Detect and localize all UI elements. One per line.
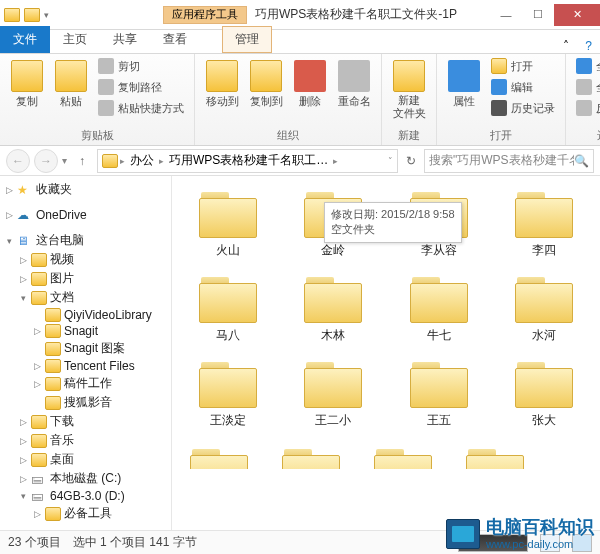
tree-sohu[interactable]: 搜狐影音 xyxy=(0,393,171,412)
chevron-right-icon[interactable]: ▸ xyxy=(333,156,338,166)
tree-must-tools[interactable]: ▷必备工具 xyxy=(0,504,171,523)
breadcrumb-dropdown-icon[interactable]: ˅ xyxy=(388,156,393,166)
list-item[interactable]: 牛七 xyxy=(387,269,491,352)
folder-name: 牛七 xyxy=(427,327,451,344)
tree-snagit-tuan[interactable]: Snagit 图案 xyxy=(0,339,171,358)
delete-button[interactable]: 删除 xyxy=(289,56,331,113)
list-item[interactable]: 木林 xyxy=(282,269,386,352)
list-item[interactable]: 王二小 xyxy=(282,354,386,437)
tree-qiyi[interactable]: QiyiVideoLibrary xyxy=(0,307,171,323)
cut-button[interactable]: 剪切 xyxy=(94,56,188,76)
history-icon xyxy=(491,100,507,116)
tree-pictures[interactable]: ▷图片 xyxy=(0,269,171,288)
folder-icon xyxy=(195,273,261,325)
tree-this-pc[interactable]: ▾🖥这台电脑 xyxy=(0,231,171,250)
list-item[interactable]: 王五 xyxy=(387,354,491,437)
breadcrumb-seg-2[interactable]: 巧用WPS表格秒建千名职工… xyxy=(166,152,331,169)
tab-home[interactable]: 主页 xyxy=(50,26,100,53)
tab-manage[interactable]: 管理 xyxy=(222,26,272,53)
tree-label: Tencent Files xyxy=(64,359,135,373)
tree-label: 必备工具 xyxy=(64,505,112,522)
breadcrumb-seg-1[interactable]: 办公 xyxy=(127,152,157,169)
clipboard-group-label: 剪贴板 xyxy=(6,126,188,145)
tree-tencent[interactable]: ▷Tencent Files xyxy=(0,358,171,374)
folder-content: 火山 金岭 李从容 李四 马八 木林 牛七 水河 王淡定 王二小 王五 张大 修… xyxy=(172,176,600,530)
minimize-button[interactable]: — xyxy=(490,4,522,26)
chevron-right-icon[interactable]: ▸ xyxy=(120,156,125,166)
paste-button[interactable]: 粘贴 xyxy=(50,56,92,118)
folder-name: 马八 xyxy=(216,327,240,344)
tree-downloads[interactable]: ▷下载 xyxy=(0,412,171,431)
list-item[interactable]: 火山 xyxy=(176,184,280,267)
folder-icon xyxy=(300,358,366,410)
tree-usb[interactable]: ▾🖴64GB-3.0 (D:) xyxy=(0,488,171,504)
list-item[interactable]: 张大 xyxy=(493,354,597,437)
refresh-button[interactable]: ↻ xyxy=(406,154,416,168)
open-button[interactable]: 打开 xyxy=(487,56,559,76)
new-group-label: 新建 xyxy=(388,126,430,145)
tree-label: QiyiVideoLibrary xyxy=(64,308,152,322)
tree-favorites[interactable]: ▷★收藏夹 xyxy=(0,180,171,199)
properties-button[interactable]: 属性 xyxy=(443,56,485,118)
list-item[interactable]: 水河 xyxy=(493,269,597,352)
list-item[interactable]: 马八 xyxy=(176,269,280,352)
tree-snagit[interactable]: ▷Snagit xyxy=(0,323,171,339)
pc-icon: 🖥 xyxy=(17,234,33,248)
tree-onedrive[interactable]: ▷☁OneDrive xyxy=(0,207,171,223)
tree-documents[interactable]: ▾文档 xyxy=(0,288,171,307)
folder-icon[interactable] xyxy=(278,445,344,469)
close-button[interactable]: ✕ xyxy=(554,4,600,26)
forward-button[interactable]: → xyxy=(34,149,58,173)
move-to-button[interactable]: 移动到 xyxy=(201,56,243,113)
folder-icon[interactable] xyxy=(370,445,436,469)
tab-share[interactable]: 共享 xyxy=(100,26,150,53)
tree-desktop[interactable]: ▷桌面 xyxy=(0,450,171,469)
edit-button[interactable]: 编辑 xyxy=(487,77,559,97)
star-icon: ★ xyxy=(17,183,33,197)
ql-dropdown-icon[interactable]: ▾ xyxy=(44,10,49,20)
search-input[interactable]: 搜索"巧用WPS表格秒建千名… 🔍 xyxy=(424,149,594,173)
back-button[interactable]: ← xyxy=(6,149,30,173)
ql-folder-icon[interactable] xyxy=(24,8,40,22)
tab-view[interactable]: 查看 xyxy=(150,26,200,53)
folder-icon[interactable] xyxy=(186,445,252,469)
scissors-icon xyxy=(98,58,114,74)
tree-label: 稿件工作 xyxy=(64,375,112,392)
history-button[interactable]: 历史记录 xyxy=(487,98,559,118)
tree-local-disk[interactable]: ▷🖴本地磁盘 (C:) xyxy=(0,469,171,488)
tab-file[interactable]: 文件 xyxy=(0,26,50,53)
list-item[interactable]: 王淡定 xyxy=(176,354,280,437)
folder-icon xyxy=(406,358,472,410)
list-item[interactable]: 李四 xyxy=(493,184,597,267)
tree-music[interactable]: ▷音乐 xyxy=(0,431,171,450)
select-none-button[interactable]: 全部取消 xyxy=(572,77,600,97)
rename-button[interactable]: 重命名 xyxy=(333,56,375,113)
up-button[interactable]: ↑ xyxy=(71,150,93,172)
status-selected: 选中 1 个项目 141 字节 xyxy=(73,534,197,551)
folder-icon xyxy=(511,273,577,325)
breadcrumb[interactable]: ▸ 办公 ▸ 巧用WPS表格秒建千名职工… ▸ ˅ xyxy=(97,149,398,173)
ribbon-collapse-icon[interactable]: ˄ xyxy=(555,39,577,53)
select-none-icon xyxy=(576,79,592,95)
select-all-button[interactable]: 全部选择 xyxy=(572,56,600,76)
history-label: 历史记录 xyxy=(511,101,555,116)
folder-icon xyxy=(45,342,61,356)
invert-selection-button[interactable]: 反向选择 xyxy=(572,98,600,118)
open-group-label: 打开 xyxy=(443,126,559,145)
tooltip: 修改日期: 2015/2/18 9:58 空文件夹 xyxy=(324,202,462,243)
new-folder-button[interactable]: 新建 文件夹 xyxy=(388,56,430,124)
tree-drafts[interactable]: ▷稿件工作 xyxy=(0,374,171,393)
maximize-button[interactable]: ☐ xyxy=(522,4,554,26)
copy-to-button[interactable]: 复制到 xyxy=(245,56,287,113)
tree-videos[interactable]: ▷视频 xyxy=(0,250,171,269)
chevron-right-icon[interactable]: ▸ xyxy=(159,156,164,166)
paste-shortcut-button[interactable]: 粘贴快捷方式 xyxy=(94,98,188,118)
folder-icon[interactable] xyxy=(462,445,528,469)
copy-path-button[interactable]: 复制路径 xyxy=(94,77,188,97)
help-icon[interactable]: ? xyxy=(577,39,600,53)
ribbon-group-organize: 移动到 复制到 删除 重命名 组织 xyxy=(195,54,382,145)
folder-name: 张大 xyxy=(532,412,556,429)
invert-label: 反向选择 xyxy=(596,101,600,116)
copy-button[interactable]: 复制 xyxy=(6,56,48,118)
recent-dropdown-icon[interactable]: ▾ xyxy=(62,155,67,166)
